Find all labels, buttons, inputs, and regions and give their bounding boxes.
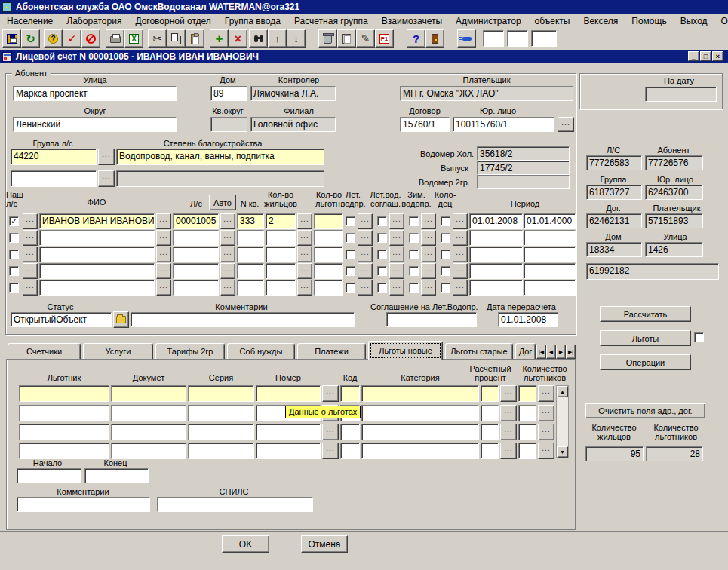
ls-browse-button[interactable]: ... — [220, 247, 235, 262]
lgotnik-field[interactable] — [19, 405, 109, 421]
lgotn-field[interactable] — [314, 280, 343, 296]
let-vodpr-browse-button[interactable]: ... — [358, 247, 373, 262]
kod-field[interactable] — [340, 443, 360, 459]
snils-field[interactable] — [157, 497, 313, 512]
fio-browse-button[interactable]: ... — [156, 263, 171, 279]
f1-docs-button[interactable]: F1 — [375, 29, 394, 48]
zim-vodopr-checkbox[interactable] — [409, 250, 419, 259]
konec-field[interactable] — [84, 468, 149, 483]
procent-browse-button[interactable]: ... — [500, 443, 517, 459]
period-from-field[interactable] — [469, 247, 523, 262]
row-browse-button[interactable]: ... — [23, 263, 38, 279]
period-to-field[interactable] — [524, 263, 576, 279]
let-soglash-browse-button[interactable]: ... — [389, 263, 404, 279]
kolodec-browse-button[interactable]: ... — [453, 213, 468, 229]
lgotnik-field[interactable] — [19, 385, 109, 402]
zhiltsov-field[interactable] — [266, 230, 296, 246]
nkv-field[interactable] — [237, 230, 264, 246]
menu-naselenie[interactable]: Население — [0, 14, 60, 28]
kolodec-browse-button[interactable]: ... — [453, 263, 468, 279]
data-pererascheta-field[interactable]: 01.01.2008 — [498, 312, 558, 327]
row-checkbox[interactable]: ✓ — [9, 216, 19, 226]
seria-field[interactable] — [188, 424, 254, 440]
tab-schetchiki[interactable]: Счетчики — [8, 343, 81, 360]
kolichestvo-field[interactable] — [518, 405, 536, 421]
kolodec-browse-button[interactable]: ... — [453, 280, 468, 296]
delete-button[interactable]: × — [229, 29, 247, 48]
let-soglash-browse-button[interactable]: ... — [389, 213, 404, 229]
confirm-button[interactable]: ✓ — [63, 29, 81, 48]
ls-field[interactable] — [173, 230, 219, 246]
okrug-field[interactable]: Ленинский — [13, 117, 177, 132]
tab-scroll-prev-button[interactable]: ◀ — [546, 345, 556, 359]
na-datu-field[interactable] — [645, 87, 717, 102]
avto-button[interactable]: Авто — [209, 195, 236, 210]
row-browse-button[interactable]: ... — [23, 230, 38, 246]
minimize-button[interactable]: _ — [688, 51, 699, 61]
period-to-field[interactable] — [524, 280, 576, 296]
let-soglash-browse-button[interactable]: ... — [389, 247, 404, 262]
cancel-button[interactable] — [81, 29, 100, 48]
gruppa-ls-browse-button[interactable]: ... — [98, 149, 115, 165]
nomer-browse-button[interactable]: ... — [322, 385, 339, 402]
lgoty-button[interactable]: Льготы — [600, 330, 691, 346]
let-vodpr-browse-button[interactable]: ... — [358, 213, 373, 229]
kolichestvo-field[interactable] — [518, 424, 536, 440]
ls-browse-button[interactable]: ... — [220, 213, 235, 229]
cut-button[interactable]: ✂ — [148, 29, 167, 48]
tab-scroll-next-button[interactable]: ▶ — [556, 345, 566, 359]
dokument-field[interactable] — [111, 385, 186, 402]
nkv-field[interactable]: 333 — [237, 213, 264, 229]
let-vodpr-browse-button[interactable]: ... — [358, 230, 373, 246]
fio-browse-button[interactable]: ... — [156, 230, 171, 246]
menu-administrator[interactable]: Администратор — [449, 14, 528, 28]
lgotnik-field[interactable] — [19, 443, 109, 459]
fio-field[interactable] — [39, 247, 155, 262]
yur-lico-browse-button[interactable]: ... — [558, 117, 574, 132]
kolichestvo-browse-button[interactable]: ... — [538, 424, 554, 440]
kolodec-browse-button[interactable]: ... — [453, 230, 468, 246]
menu-vekselya[interactable]: Векселя — [576, 14, 625, 28]
lgoty-scrollbar[interactable]: ▲ ▼ — [556, 385, 569, 458]
tab-tarify-2gr[interactable]: Тарифы 2гр — [155, 343, 225, 360]
kolodec-checkbox[interactable] — [441, 250, 450, 259]
scroll-down-button[interactable]: ▼ — [557, 446, 568, 458]
zim-vodopr-checkbox[interactable] — [409, 233, 419, 243]
move-up-button[interactable]: ↑ — [268, 29, 287, 48]
nachalo-field[interactable] — [17, 468, 81, 483]
fio-browse-button[interactable]: ... — [156, 280, 171, 296]
kolichestvo-browse-button[interactable]: ... — [538, 405, 554, 421]
kolodec-checkbox[interactable] — [441, 283, 450, 293]
zhiltsov-browse-button[interactable]: ... — [297, 280, 312, 296]
kolodec-checkbox[interactable] — [441, 266, 450, 276]
menu-vzaimozachety[interactable]: Взаимозачеты — [375, 14, 449, 28]
save-button[interactable] — [2, 29, 21, 48]
period-to-field[interactable] — [524, 247, 576, 262]
zim-vodopr-browse-button[interactable]: ... — [421, 213, 436, 229]
dokument-field[interactable] — [111, 405, 186, 421]
fio-field[interactable]: ИВАНОВ ИВАН ИВАНОВИ — [39, 213, 155, 229]
kolichestvo-browse-button[interactable]: ... — [538, 385, 554, 402]
let-soglash-checkbox[interactable] — [377, 250, 387, 259]
status-folder-button[interactable] — [113, 311, 129, 328]
period-to-field[interactable]: 01.01.4000 — [524, 213, 576, 229]
fio-browse-button[interactable]: ... — [156, 247, 171, 262]
operacii-button[interactable]: Операции — [600, 354, 691, 370]
procent-field[interactable] — [481, 385, 499, 402]
menu-raschetnaya-gruppa[interactable]: Расчетная группа — [287, 14, 375, 28]
gruppa-ls-field[interactable]: 44220 — [11, 149, 97, 165]
ls-field[interactable]: 00001005 — [173, 213, 219, 229]
nkv-field[interactable] — [237, 247, 264, 262]
nomer-browse-button[interactable]: ... — [322, 443, 339, 459]
zhiltsov-browse-button[interactable]: ... — [297, 263, 312, 279]
help-button[interactable]: ? — [407, 29, 425, 48]
menu-vykhod[interactable]: Выход — [674, 14, 714, 28]
row-checkbox[interactable] — [9, 266, 19, 276]
row-checkbox[interactable] — [9, 250, 19, 259]
kategoria-field[interactable] — [361, 405, 479, 421]
yur-lico-field[interactable]: 100115760/1 — [453, 117, 554, 132]
move-down-button[interactable]: ↓ — [287, 29, 306, 48]
lgotn-field[interactable] — [314, 213, 343, 229]
let-soglash-checkbox[interactable] — [377, 216, 387, 226]
period-to-field[interactable] — [524, 230, 576, 246]
